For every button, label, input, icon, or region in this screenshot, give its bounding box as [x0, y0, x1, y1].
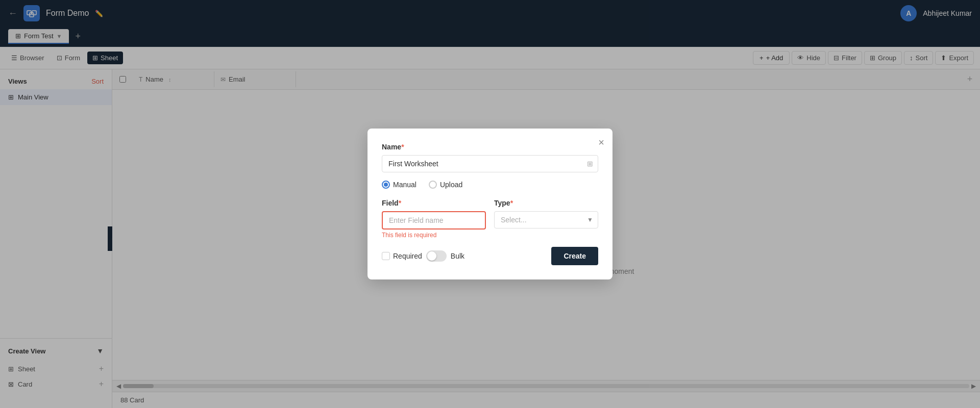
bulk-toggle-track[interactable] — [426, 250, 447, 262]
field-error-message: This field is required — [382, 232, 486, 239]
field-type-row: Field* This field is required Type* Sele… — [382, 199, 598, 239]
manual-label: Manual — [393, 181, 416, 189]
manual-radio-dot — [382, 181, 390, 189]
field-input-wrap: Field* This field is required — [382, 199, 486, 239]
create-field-modal: × Name* ⊞ Manual Upload Field* — [368, 129, 612, 279]
modal-overlay[interactable]: × Name* ⊞ Manual Upload Field* — [0, 0, 980, 408]
modal-footer: Required Bulk Create — [382, 247, 598, 265]
upload-radio-dot — [429, 181, 437, 189]
name-input[interactable] — [382, 155, 598, 172]
field-label: Field* — [382, 199, 486, 207]
type-select[interactable]: Select... Text Number Email Date Checkbo… — [494, 211, 598, 228]
data-source-radio-group: Manual Upload — [382, 181, 598, 189]
bulk-toggle-item[interactable]: Bulk — [426, 250, 464, 262]
modal-close-button[interactable]: × — [598, 137, 604, 148]
modal-footer-left: Required Bulk — [382, 250, 464, 262]
bulk-label: Bulk — [451, 252, 464, 260]
manual-radio[interactable]: Manual — [382, 181, 416, 189]
type-label: Type* — [494, 199, 598, 207]
create-button[interactable]: Create — [551, 247, 598, 265]
required-checkbox[interactable] — [382, 252, 390, 260]
field-name-input[interactable] — [382, 211, 486, 230]
required-checkbox-item[interactable]: Required — [382, 252, 422, 260]
name-field-label: Name* — [382, 143, 598, 151]
name-input-icon: ⊞ — [587, 160, 593, 168]
type-dropdown-wrap: Select... Text Number Email Date Checkbo… — [494, 211, 598, 228]
upload-radio[interactable]: Upload — [429, 181, 462, 189]
name-input-wrap: ⊞ — [382, 155, 598, 172]
required-label: Required — [393, 252, 422, 260]
type-select-wrap: Type* Select... Text Number Email Date C… — [494, 199, 598, 239]
upload-label: Upload — [440, 181, 462, 189]
bulk-toggle-thumb — [427, 251, 436, 261]
